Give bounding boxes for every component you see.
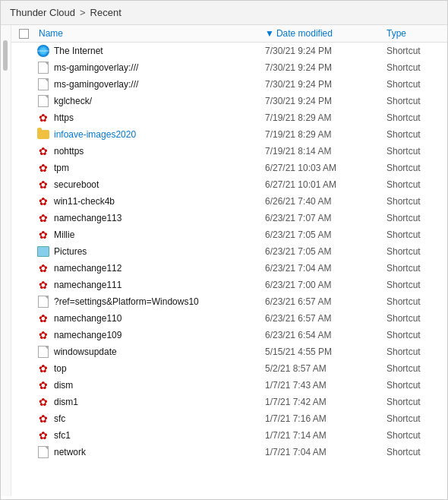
file-name[interactable]: nohttps <box>51 146 265 157</box>
file-name[interactable]: infoave-images2020 <box>51 129 265 140</box>
bug-icon: ✿ <box>37 179 49 191</box>
file-type: Shortcut <box>386 79 447 90</box>
file-date: 6/23/21 6:54 AM <box>265 330 386 340</box>
file-name[interactable]: top <box>51 363 265 374</box>
file-icon <box>38 62 49 74</box>
file-name[interactable]: Millie <box>51 229 265 240</box>
file-icon <box>38 296 49 308</box>
file-name[interactable]: ?ref=settings&Platform=Windows10 <box>51 296 265 307</box>
file-type: Shortcut <box>386 229 447 240</box>
breadcrumb-app[interactable]: Thunder Cloud <box>10 7 75 18</box>
table-row[interactable]: Pictures 6/23/21 7:05 AM Shortcut <box>11 243 447 260</box>
table-row[interactable]: kglcheck/ 7/30/21 9:24 PM Shortcut <box>11 93 447 109</box>
file-name[interactable]: network <box>51 447 265 457</box>
file-type: Shortcut <box>386 347 447 357</box>
file-icon <box>38 446 49 458</box>
file-name[interactable]: dism1 <box>51 397 265 407</box>
file-name[interactable]: sfc1 <box>51 430 265 441</box>
sidebar-scroll[interactable] <box>1 25 11 496</box>
file-icon <box>38 346 49 358</box>
table-row[interactable]: network 1/7/21 7:04 AM Shortcut <box>11 444 447 460</box>
file-type: Shortcut <box>386 363 447 374</box>
bug-icon: ✿ <box>37 396 49 408</box>
file-icon-col <box>36 78 51 90</box>
file-name[interactable]: kglcheck/ <box>51 96 265 106</box>
table-row[interactable]: ✿ dism 1/7/21 7:43 AM Shortcut <box>11 377 447 394</box>
file-name[interactable]: dism <box>51 380 265 391</box>
folder-icon <box>37 130 49 139</box>
file-date: 6/23/21 7:04 AM <box>265 263 386 274</box>
file-date: 1/7/21 7:16 AM <box>265 413 386 424</box>
file-name[interactable]: secureboot <box>51 179 265 190</box>
file-type: Shortcut <box>386 179 447 190</box>
bug-icon: ✿ <box>37 379 49 391</box>
file-rows[interactable]: The Internet 7/30/21 9:24 PM Shortcut ms… <box>11 43 447 496</box>
file-name[interactable]: namechange113 <box>51 213 265 223</box>
table-row[interactable]: ✿ namechange110 6/23/21 6:57 AM Shortcut <box>11 310 447 327</box>
file-name[interactable]: namechange112 <box>51 263 265 274</box>
bug-icon: ✿ <box>37 229 49 241</box>
table-row[interactable]: ✿ namechange112 6/23/21 7:04 AM Shortcut <box>11 260 447 277</box>
bug-icon: ✿ <box>37 195 49 207</box>
file-date: 1/7/21 7:14 AM <box>265 430 386 441</box>
file-icon <box>38 95 49 107</box>
table-row[interactable]: ✿ secureboot 6/27/21 10:01 AM Shortcut <box>11 176 447 193</box>
table-row[interactable]: ✿ Millie 6/23/21 7:05 AM Shortcut <box>11 226 447 243</box>
file-name[interactable]: namechange110 <box>51 313 265 324</box>
header-name[interactable]: Name <box>36 28 265 39</box>
table-row[interactable]: The Internet 7/30/21 9:24 PM Shortcut <box>11 43 447 59</box>
file-name[interactable]: sfc <box>51 413 265 424</box>
file-name[interactable]: namechange109 <box>51 330 265 340</box>
table-row[interactable]: ✿ tpm 6/27/21 10:03 AM Shortcut <box>11 160 447 176</box>
file-icon-col: ✿ <box>36 195 51 207</box>
main-content: Name ▼ Date modified Type The Internet 7… <box>11 25 447 496</box>
internet-icon <box>37 45 49 57</box>
scroll-thumb[interactable] <box>3 40 8 71</box>
table-row[interactable]: ✿ https 7/19/21 8:29 AM Shortcut <box>11 109 447 126</box>
file-date: 7/30/21 9:24 PM <box>265 96 386 106</box>
file-name[interactable]: Pictures <box>51 246 265 257</box>
table-row[interactable]: ✿ namechange109 6/23/21 6:54 AM Shortcut <box>11 327 447 343</box>
select-all-checkbox[interactable] <box>19 29 29 39</box>
table-row[interactable]: ✿ namechange113 6/23/21 7:07 AM Shortcut <box>11 210 447 226</box>
table-row[interactable]: ✿ dism1 1/7/21 7:42 AM Shortcut <box>11 394 447 410</box>
file-date: 7/19/21 8:14 AM <box>265 146 386 157</box>
file-date: 6/26/21 7:40 AM <box>265 196 386 207</box>
file-name[interactable]: namechange111 <box>51 280 265 290</box>
file-name[interactable]: ms-gamingoverlay:/// <box>51 62 265 73</box>
file-date: 5/15/21 4:55 PM <box>265 347 386 357</box>
table-row[interactable]: ✿ namechange111 6/23/21 7:00 AM Shortcut <box>11 277 447 293</box>
file-name[interactable]: windowsupdate <box>51 347 265 357</box>
table-row[interactable]: infoave-images2020 7/19/21 8:29 AM Short… <box>11 126 447 143</box>
file-name[interactable]: ms-gamingoverlay:/// <box>51 79 265 90</box>
file-name[interactable]: win11-check4b <box>51 196 265 207</box>
header-type[interactable]: Type <box>386 28 447 39</box>
table-row[interactable]: ✿ nohttps 7/19/21 8:14 AM Shortcut <box>11 143 447 160</box>
table-row[interactable]: ms-gamingoverlay:/// 7/30/21 9:24 PM Sho… <box>11 59 447 76</box>
file-name[interactable]: tpm <box>51 163 265 173</box>
file-type: Shortcut <box>386 129 447 140</box>
file-date: 5/2/21 8:57 AM <box>265 363 386 374</box>
table-row[interactable]: ✿ sfc 1/7/21 7:16 AM Shortcut <box>11 410 447 427</box>
file-icon-col <box>36 246 51 257</box>
bug-icon: ✿ <box>37 262 49 274</box>
table-row[interactable]: ✿ win11-check4b 6/26/21 7:40 AM Shortcut <box>11 193 447 210</box>
header-date[interactable]: ▼ Date modified <box>265 28 386 39</box>
file-date: 7/30/21 9:24 PM <box>265 46 386 56</box>
file-type: Shortcut <box>386 263 447 274</box>
file-icon-col: ✿ <box>36 413 51 425</box>
table-row[interactable]: windowsupdate 5/15/21 4:55 PM Shortcut <box>11 343 447 360</box>
file-date: 6/23/21 7:05 AM <box>265 246 386 257</box>
table-row[interactable]: ?ref=settings&Platform=Windows10 6/23/21… <box>11 293 447 310</box>
bug-icon: ✿ <box>37 112 49 124</box>
file-name[interactable]: https <box>51 112 265 123</box>
file-icon-col: ✿ <box>36 329 51 341</box>
file-date: 1/7/21 7:43 AM <box>265 380 386 391</box>
table-row[interactable]: ✿ top 5/2/21 8:57 AM Shortcut <box>11 360 447 377</box>
file-name[interactable]: The Internet <box>51 46 265 56</box>
breadcrumb-current[interactable]: Recent <box>90 7 121 18</box>
file-icon-col: ✿ <box>36 229 51 241</box>
table-row[interactable]: ms-gamingoverlay:/// 7/30/21 9:24 PM Sho… <box>11 76 447 93</box>
file-icon-col: ✿ <box>36 279 51 291</box>
table-row[interactable]: ✿ sfc1 1/7/21 7:14 AM Shortcut <box>11 427 447 444</box>
